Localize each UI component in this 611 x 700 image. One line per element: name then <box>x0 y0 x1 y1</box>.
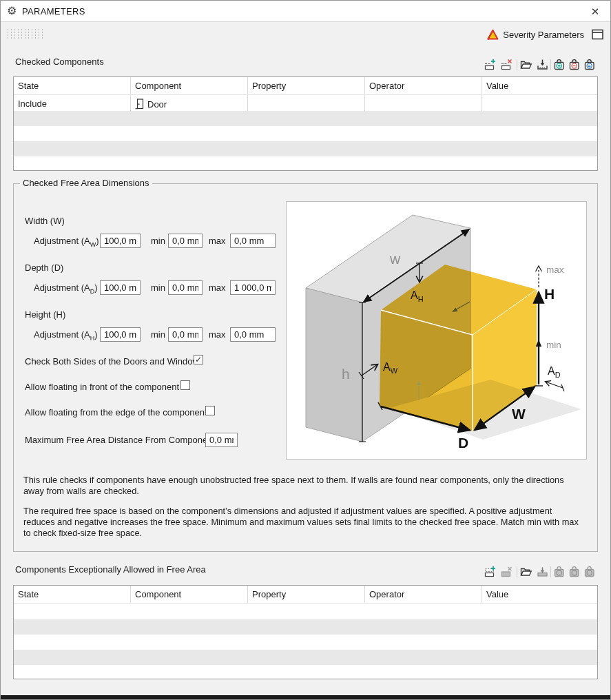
column-header-property[interactable]: Property <box>248 586 365 603</box>
exceptions-add-row-button[interactable] <box>484 566 497 578</box>
height-group-label: Height (H) <box>25 309 65 320</box>
exceptions-paste-equal-button[interactable] <box>583 566 596 578</box>
check-both-sides-label: Check Both Sides of the Doors and Window… <box>25 356 203 367</box>
drag-handle[interactable] <box>6 28 44 39</box>
column-header-state[interactable]: State <box>14 586 131 603</box>
exceptions-open-button[interactable] <box>520 566 532 578</box>
checked-components-table: State Component Property Operator Value … <box>13 76 598 171</box>
checked-components-title: Checked Components <box>15 56 104 67</box>
exceptions-import-button[interactable] <box>537 566 549 578</box>
cell-state[interactable]: Include <box>14 95 131 111</box>
titlebar: ⚙ PARAMETERS <box>1 1 610 22</box>
allow-floating-edge-checkbox[interactable] <box>205 406 215 415</box>
empty-row <box>14 141 597 156</box>
depth-adjustment-input[interactable] <box>100 280 141 295</box>
cell-property[interactable] <box>248 95 365 111</box>
empty-row <box>14 111 597 126</box>
cell-value[interactable] <box>482 95 597 111</box>
paste-add-button[interactable] <box>553 59 566 71</box>
paste-add-icon <box>553 59 566 71</box>
width-max-input[interactable] <box>230 234 276 248</box>
paste-remove-button[interactable] <box>568 59 581 71</box>
open-button[interactable] <box>520 59 532 71</box>
free-area-diagram: w h AH AW AD D W H max min <box>286 201 587 460</box>
import-icon-disabled <box>537 566 549 578</box>
add-row-button[interactable] <box>484 59 497 71</box>
column-header-operator[interactable]: Operator <box>365 77 482 94</box>
width-max-label: max <box>209 236 226 246</box>
delete-row-icon-disabled <box>501 566 513 578</box>
height-min-label: min <box>151 329 165 340</box>
exceptions-paste-remove-button[interactable] <box>568 566 581 578</box>
paste-equal-icon-disabled <box>583 566 596 578</box>
width-min-input[interactable] <box>168 234 203 248</box>
table-header: State Component Property Operator Value <box>14 77 597 95</box>
depth-max-input[interactable] <box>230 280 276 295</box>
exceptions-delete-row-button[interactable] <box>501 566 513 578</box>
empty-row <box>14 665 597 680</box>
allow-floating-front-label: Allow floating in front of the component <box>25 382 179 392</box>
empty-row <box>14 604 597 619</box>
height-min-input[interactable] <box>168 327 203 342</box>
column-header-component[interactable]: Component <box>131 77 248 94</box>
height-label: H <box>544 286 555 302</box>
depth-group-label: Depth (D) <box>25 262 63 273</box>
wall-end-face <box>306 288 362 442</box>
severity-triangle-icon <box>487 29 499 43</box>
exceptions-table: State Component Property Operator Value <box>13 585 598 679</box>
max-distance-input[interactable] <box>205 433 238 447</box>
description-paragraph-1: This rule checks if components have enou… <box>23 475 584 497</box>
empty-row <box>14 635 597 650</box>
cell-operator[interactable] <box>365 95 482 111</box>
width-label: W <box>512 406 526 422</box>
table-header: State Component Property Operator Value <box>14 586 597 604</box>
delete-row-icon <box>501 59 513 71</box>
cell-component-label: Door <box>147 99 167 110</box>
exceptions-paste-add-button[interactable] <box>553 566 566 578</box>
width-adjustment-label: Adjustment (AW) <box>34 236 99 248</box>
empty-row <box>14 126 597 141</box>
depth-label: D <box>458 435 468 451</box>
wall-width-label: w <box>389 251 401 267</box>
gear-icon: ⚙ <box>7 4 17 17</box>
delete-row-button[interactable] <box>501 59 513 71</box>
description-paragraph-2: The required free space is based on the … <box>23 506 584 539</box>
depth-min-input[interactable] <box>168 280 203 295</box>
height-adjustment-input[interactable] <box>100 327 141 342</box>
paste-remove-icon <box>568 59 581 71</box>
column-header-property[interactable]: Property <box>248 77 365 94</box>
dialog-title: PARAMETERS <box>22 6 85 17</box>
parameters-dialog: ⚙ PARAMETERS ✕ Severity Parameters Check… <box>0 0 611 700</box>
panel-layout-icon[interactable] <box>592 29 603 42</box>
width-adjustment-input[interactable] <box>100 234 141 248</box>
column-header-state[interactable]: State <box>14 77 131 94</box>
column-header-value[interactable]: Value <box>482 586 597 603</box>
depth-adjustment-label: Adjustment (AD) <box>34 282 98 295</box>
paste-equal-icon <box>583 59 596 71</box>
close-icon: ✕ <box>591 6 600 17</box>
exceptions-title: Components Exceptionally Allowed in Free… <box>15 564 206 575</box>
column-header-operator[interactable]: Operator <box>365 586 482 603</box>
max-label: max <box>546 265 564 275</box>
rule-description: This rule checks if components have enou… <box>23 475 584 548</box>
paste-equal-button[interactable] <box>583 59 596 71</box>
table-row[interactable]: Include Door <box>14 95 597 111</box>
depth-min-label: min <box>151 282 165 293</box>
free-area-title: Checked Free Area Dimensions <box>20 178 152 188</box>
adjustment-d-label: AD <box>548 365 561 379</box>
open-folder-icon <box>520 59 532 71</box>
column-header-component[interactable]: Component <box>131 586 248 603</box>
check-both-sides-checkbox[interactable]: ✓ <box>194 355 203 364</box>
severity-parameters-button[interactable]: Severity Parameters <box>479 29 603 41</box>
checkmark: ✓ <box>195 355 202 364</box>
toolbar-separator <box>517 566 517 577</box>
column-header-value[interactable]: Value <box>482 77 597 94</box>
height-max-input[interactable] <box>230 327 276 342</box>
import-button[interactable] <box>537 59 549 71</box>
allow-floating-front-checkbox[interactable] <box>180 380 190 390</box>
max-distance-label: Maximum Free Area Distance From Componen… <box>25 435 215 445</box>
cell-component[interactable]: Door <box>131 95 248 111</box>
min-label: min <box>546 340 561 350</box>
close-button[interactable]: ✕ <box>588 5 602 19</box>
height-adjustment-label: Adjustment (AH) <box>34 329 98 342</box>
